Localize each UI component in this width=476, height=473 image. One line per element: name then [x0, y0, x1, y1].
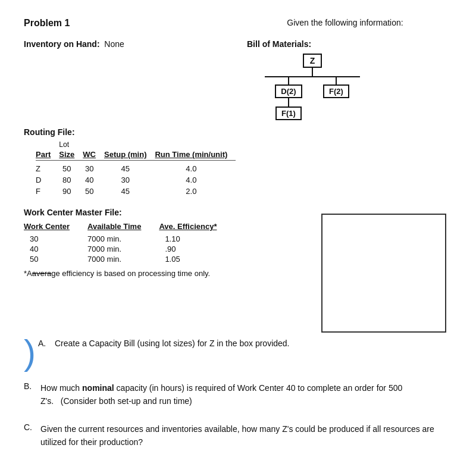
inventory-value: None — [104, 39, 124, 49]
routing-header-wc: WC — [83, 150, 96, 159]
question-a-letter: A. — [38, 339, 55, 348]
routing-header-lot-bot: Size — [59, 149, 83, 161]
wc-header-eff: Ave. Efficiency* — [159, 221, 234, 232]
efficiency-note: *Aaverage efficiency is based on process… — [24, 269, 309, 278]
routing-row-z: Z 50 30 45 4.0 — [36, 161, 236, 175]
question-a-text: Create a Capacity Bill (using lot sizes)… — [55, 339, 290, 348]
wc-row-40: 40 7000 min. .90 — [24, 244, 234, 254]
routing-row-f: F 90 50 45 2.0 — [36, 186, 236, 197]
routing-header-part: Part — [36, 150, 51, 159]
routing-header-runtime: Run Time (min/unit) — [155, 150, 227, 159]
question-b: B. How much nominal capacity (in hours) … — [24, 381, 452, 408]
routing-header-setup: Setup (min) — [104, 150, 147, 159]
routing-title: Routing File: — [24, 127, 452, 137]
problem-title: Problem 1 — [24, 18, 238, 29]
question-a: A. Create a Capacity Bill (using lot siz… — [38, 339, 452, 348]
routing-row-d: D 80 40 30 4.0 — [36, 174, 236, 186]
question-b-letter: B. — [24, 381, 40, 408]
routing-header-lot-top: Lot — [59, 139, 83, 149]
answer-box — [321, 214, 446, 333]
inventory-label: Inventory on Hand: — [24, 39, 100, 49]
bill-label: Bill of Materials: — [247, 39, 311, 49]
wc-header-wc: Work Center — [24, 221, 87, 232]
bom-tree: Z D(2) F(1) — [265, 54, 360, 120]
wc-row-50: 50 7000 min. 1.05 — [24, 254, 234, 264]
question-c-text: Given the current resources and inventor… — [40, 422, 452, 449]
question-b-text: How much nominal capacity (in hours) is … — [40, 381, 452, 408]
wc-row-30: 30 7000 min. 1.10 — [24, 232, 234, 244]
routing-section: Routing File: Part Lot WC Setup (min) Ru… — [24, 127, 452, 197]
wc-header-avail: Available Time — [87, 221, 159, 232]
wc-master-title: Work Center Master File: — [24, 208, 309, 217]
question-c-letter: C. — [24, 422, 40, 449]
given-info-label: Given the following information: — [287, 18, 403, 27]
bracket-decoration: ) — [24, 335, 36, 371]
question-c: C. Given the current resources and inven… — [24, 422, 452, 449]
routing-table: Part Lot WC Setup (min) Run Time (min/un… — [36, 139, 236, 197]
wc-master-table: Work Center Available Time Ave. Efficien… — [24, 221, 234, 264]
